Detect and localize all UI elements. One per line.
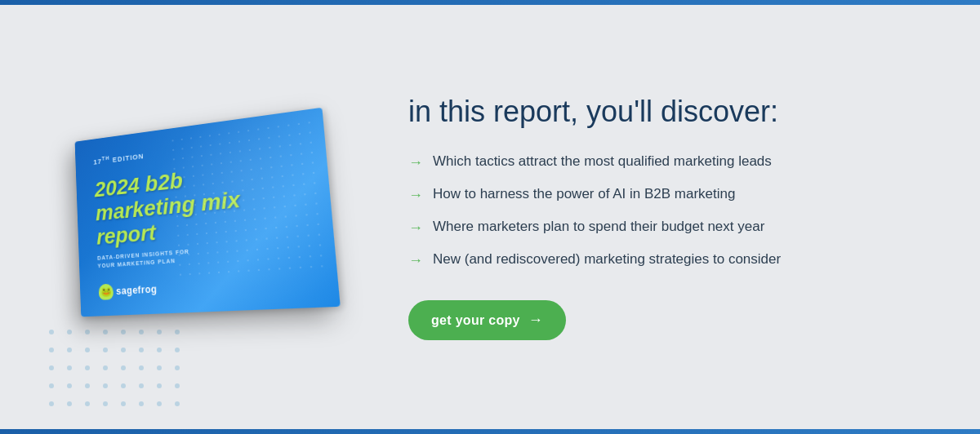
bullet-text-2: How to harness the power of AI in B2B ma… [433, 184, 735, 204]
info-section: in this report, you'll discover: → Which… [392, 78, 980, 357]
bullet-item-4: → New (and rediscovered) marketing strat… [408, 250, 931, 271]
book-title: 2024 b2b marketing mix report DATA-DRIVE… [94, 155, 312, 271]
page-wrapper: 17TH EDITION 2024 b2b marketing mix repo… [0, 0, 980, 434]
cta-label: get your copy [431, 313, 520, 328]
content-area: 17TH EDITION 2024 b2b marketing mix repo… [0, 5, 980, 429]
book-logo-area: 🐸 sagefrog [99, 272, 315, 299]
bullet-text-1: Which tactics attract the most qualified… [433, 152, 772, 171]
arrow-icon-3: → [408, 218, 423, 238]
book-cover: 17TH EDITION 2024 b2b marketing mix repo… [75, 108, 341, 317]
arrow-icon-2: → [408, 185, 423, 206]
bullet-text-3: Where marketers plan to spend their budg… [433, 217, 764, 237]
sagefrog-logo: 🐸 sagefrog [99, 281, 158, 299]
book-title-text: 2024 b2b marketing mix report [94, 155, 310, 250]
bullet-item-1: → Which tactics attract the most qualifi… [408, 152, 931, 173]
cta-arrow-icon: → [528, 312, 543, 329]
arrow-icon-1: → [408, 153, 423, 173]
bullet-item-2: → How to harness the power of AI in B2B … [408, 184, 931, 206]
book-section: 17TH EDITION 2024 b2b marketing mix repo… [0, 123, 392, 311]
bullet-text-4: New (and rediscovered) marketing strateg… [433, 250, 781, 269]
arrow-icon-4: → [408, 250, 423, 271]
bullet-list: → Which tactics attract the most qualifi… [408, 152, 931, 272]
frog-icon: 🐸 [99, 284, 114, 300]
bullet-item-3: → Where marketers plan to spend their bu… [408, 217, 931, 238]
brand-name: sagefrog [116, 283, 158, 296]
get-copy-button[interactable]: get your copy → [408, 300, 566, 340]
report-heading: in this report, you'll discover: [408, 94, 931, 129]
decorative-dots [49, 330, 186, 413]
bottom-bar [0, 429, 980, 434]
